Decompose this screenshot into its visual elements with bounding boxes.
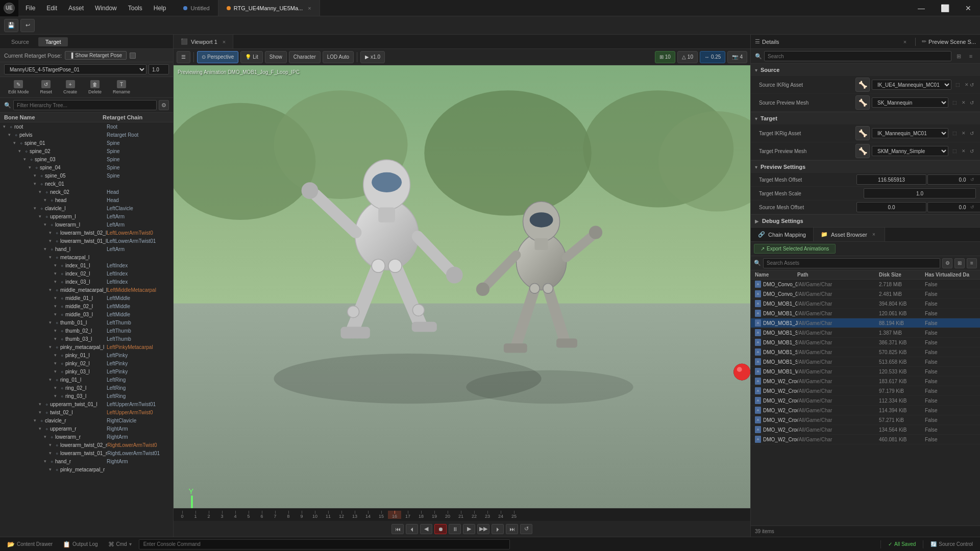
bone-row[interactable]: ▾⬦middle_01_lLeftMiddle [0,294,173,302]
asset-row[interactable]: ADMO_MOB1_Walk_F_Loop_F_/All/Game/Char12… [751,367,980,377]
bone-row[interactable]: ▾⬦upperarm_lLeftArm [0,212,173,220]
close-button[interactable]: ✕ [957,0,980,16]
bone-expand-icon[interactable]: ▾ [16,148,22,154]
asset-row[interactable]: ADMO_W2_Crouch_Idle_v2_It_/All/Game/Char… [751,435,980,444]
bone-row[interactable]: ▾⬦middle_03_lLeftMiddle [0,310,173,318]
menu-edit[interactable]: Edit [41,3,62,14]
tab-rtg-close[interactable]: × [308,5,311,11]
asset-sort-button[interactable]: ≡ [967,258,977,268]
bone-expand-icon[interactable]: ▾ [32,181,38,187]
bone-expand-icon[interactable]: ▾ [47,230,53,236]
show-retarget-pose-button[interactable]: ▐ Show Retarget Pose [65,51,127,60]
filter-input[interactable] [13,100,157,110]
lit-button[interactable]: 💡 Lit [240,51,263,63]
bone-row[interactable]: ▾⬦clavicle_rRightClavicle [0,416,173,424]
bone-row[interactable]: ▾⬦neck_01 [0,180,173,188]
asset-browser-tab[interactable]: 📁 Asset Browser × [814,228,885,241]
maximize-button[interactable]: ⬜ [933,0,957,16]
source-mesh-offset-x[interactable] [856,202,926,212]
edit-mode-button[interactable]: ✎ Edit Mode [4,79,33,95]
asset-browser-close-button[interactable]: × [870,231,877,238]
bone-expand-icon[interactable]: ▾ [52,368,58,374]
bone-row[interactable]: ▾⬦pinky_03_lLeftPinky [0,367,173,375]
show-button[interactable]: Show [265,51,287,63]
bone-expand-icon[interactable]: ▾ [52,352,58,358]
bone-expand-icon[interactable]: ▾ [52,262,58,268]
scale-button[interactable]: ↔ 0.25 [700,51,725,63]
timeline-mark[interactable]: 18 [414,511,428,519]
hamburger-menu-button[interactable]: ☰ [177,51,190,63]
bone-expand-icon[interactable]: ▾ [52,270,58,277]
bone-expand-icon[interactable]: ▾ [11,140,17,146]
asset-settings-button[interactable]: ⚙ [942,258,952,268]
bone-expand-icon[interactable]: ▾ [47,254,53,260]
prev-frame-button[interactable]: ⏴ [406,524,418,534]
bone-expand-icon[interactable]: ▾ [42,458,48,464]
timeline-mark[interactable]: 17 [401,511,414,519]
source-tab[interactable]: Source [4,37,36,46]
timeline-mark[interactable]: 9 [295,511,308,519]
bone-row[interactable]: ▾⬦clavicle_lLeftClavicle [0,204,173,212]
timeline-ruler[interactable]: 0123456789101112131415161718192021222324… [174,509,750,521]
bone-row[interactable]: ▾⬦thumb_03_lLeftThumb [0,335,173,343]
bone-row[interactable]: ▾⬦spine_01Spine [0,139,173,147]
timeline-mark[interactable]: 11 [322,511,335,519]
timeline-mark[interactable]: 6 [255,511,268,519]
bone-expand-icon[interactable]: ▾ [52,360,58,366]
bone-expand-icon[interactable]: ▾ [52,393,58,399]
bone-expand-icon[interactable]: ▾ [52,336,58,342]
prev-key-button[interactable]: ◀ [420,524,432,534]
asset-row[interactable]: ADMO_MOB1_Crouch_Idle_V_/All/Game/Char39… [751,299,980,309]
asset-row[interactable]: ADMO_Convo_04_Very_Anim_/All/Game/Char2.… [751,280,980,289]
bone-expand-icon[interactable]: ▾ [27,164,33,170]
play-forward-button[interactable]: ▶ [463,524,475,534]
bone-expand-icon[interactable]: ▾ [6,132,12,138]
asset-row[interactable]: ADMO_W2_Crouch_Fire_Pow_/All/Game/Char13… [751,425,980,435]
source-section-header[interactable]: ▾ Source [751,64,980,76]
bone-expand-icon[interactable]: ▾ [52,328,58,334]
bone-expand-icon[interactable]: ▾ [42,197,48,203]
details-close-button[interactable]: × [901,38,909,46]
grid-button[interactable]: ⊞ 10 [655,51,675,63]
timeline-mark[interactable]: 15 [375,511,388,519]
list-view-button[interactable]: ≡ [966,51,976,61]
timeline-mark[interactable]: 14 [361,511,375,519]
timeline-mark[interactable]: 20 [441,511,454,519]
bone-expand-icon[interactable]: ▾ [42,221,48,228]
asset-row[interactable]: ADMO_W2_Crouch_Aim_To_S/All/Game/Char112… [751,396,980,406]
timeline-mark[interactable]: 12 [335,511,348,519]
bone-row[interactable]: ▾⬦index_03_lLeftIndex [0,278,173,286]
bone-expand-icon[interactable]: ▾ [47,319,53,325]
timeline-mark[interactable]: 2 [202,511,215,519]
bone-row[interactable]: ▾⬦upperarm_twist_01_lLeftUpperArmTwist01 [0,400,173,408]
delete-button[interactable]: 🗑 Delete [84,79,106,95]
bone-expand-icon[interactable]: ▾ [47,466,53,472]
asset-row[interactable]: ADMO_MOB1_Stand_Relaxed_/All/Game/Char57… [751,347,980,357]
bone-row[interactable]: ▾⬦ring_03_lLeftRing [0,392,173,400]
browse-source-ikrig-button[interactable]: ⬚ [953,81,962,89]
grid-view-button[interactable]: ⊞ [953,51,964,61]
bone-row[interactable]: ▾⬦spine_03Spine [0,155,173,163]
bone-row[interactable]: ▾⬦pinky_metacarpal_r [0,465,173,473]
browse-target-mesh-button[interactable]: ⬚ [950,147,959,155]
asset-row[interactable]: ADMO_MOB1_Stand_Relaxed_/All/Game/Char51… [751,357,980,367]
clear-target-ikrig-button[interactable]: ✕ [960,129,968,137]
bone-row[interactable]: ▾⬦thumb_02_lLeftThumb [0,327,173,335]
camera-button[interactable]: 📷 4 [727,51,747,63]
bone-expand-icon[interactable]: ▾ [37,189,43,195]
asset-row[interactable]: ADMO_MOB1_Stand_Relaxed_/All/Game/Char38… [751,338,980,347]
bone-expand-icon[interactable]: ▾ [52,295,58,301]
next-frame-button[interactable]: ⏵ [492,524,504,534]
bone-row[interactable]: ▾⬦spine_02Spine [0,147,173,155]
bone-expand-icon[interactable]: ▾ [37,213,43,219]
bone-row[interactable]: ▾⬦ring_02_lLeftRing [0,384,173,392]
bone-row[interactable]: ▾⬦spine_05Spine [0,171,173,180]
bone-expand-icon[interactable]: ▾ [42,434,48,440]
reset-target-mesh-button[interactable]: ↺ [968,147,976,155]
bone-expand-icon[interactable]: ▾ [37,401,43,407]
minimize-button[interactable]: — [910,0,933,16]
export-selected-button[interactable]: ↗ Export Selected Animations [754,244,836,254]
timeline-mark[interactable]: 5 [242,511,255,519]
timeline-mark[interactable]: 10 [308,511,322,519]
rename-button[interactable]: T Rename [109,79,134,95]
